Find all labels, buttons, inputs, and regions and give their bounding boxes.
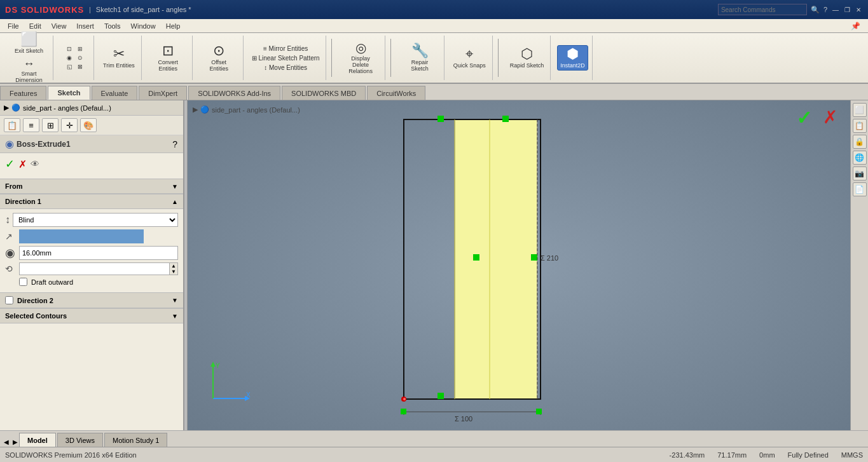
trim-icon: ✂ [113, 47, 125, 61]
tab-circuitworks[interactable]: CircuitWorks [367, 86, 425, 100]
stacked-buttons: ⊡ ⊞ ◉ ⊙ ◱ ⊠ [65, 45, 85, 71]
selected-contours-header[interactable]: Selected Contours ▼ [0, 308, 183, 323]
rapid-sketch-button[interactable]: ⬡ Rapid Sketch [507, 46, 547, 70]
move-entities-button[interactable]: ↕ Move Entities [262, 64, 309, 72]
rp-btn-5[interactable]: 📷 [853, 166, 867, 180]
spin-buttons: ▲ ▼ [169, 263, 177, 275]
search-input[interactable] [718, 4, 807, 15]
overlay-x-button[interactable]: ✗ [823, 107, 837, 128]
trim-entities-button[interactable]: ✂ Trim Entities [100, 46, 137, 70]
stacked-btn-5[interactable]: ◱ [65, 63, 74, 71]
sketch-body-fill [455, 119, 537, 399]
menu-help[interactable]: Help [161, 21, 186, 31]
prop-tab-list[interactable]: 📋 [4, 118, 20, 132]
menu-window[interactable]: Window [126, 21, 161, 31]
rp-btn-4[interactable]: 🌐 [853, 151, 867, 165]
constraint-btm-1 [401, 409, 406, 414]
status-z: 0mm [759, 451, 775, 459]
y-label: Y [216, 362, 220, 369]
close-button[interactable]: ✕ [854, 5, 863, 14]
stacked-btn-3[interactable]: ◉ [65, 54, 74, 62]
tab-dimxpert[interactable]: DimXpert [139, 86, 187, 100]
instant2d-button[interactable]: ⬢ Instant2D [557, 45, 588, 71]
direction-type-select[interactable]: Blind Through All Up To Next Up To Verte… [13, 213, 178, 227]
direction2-checkbox[interactable] [5, 296, 13, 304]
rp-btn-2[interactable]: 📋 [853, 119, 867, 133]
cancel-button[interactable]: ✗ [18, 158, 27, 170]
overlay-check-button[interactable]: ✓ [796, 107, 812, 129]
tab-sketch[interactable]: Sketch [48, 86, 90, 100]
status-defined: Fully Defined [788, 451, 829, 459]
stacked-btn-4[interactable]: ⊙ [76, 54, 85, 62]
direction2-section-header[interactable]: Direction 2 ▼ [0, 292, 183, 308]
from-section-header[interactable]: From ▼ [0, 179, 183, 194]
depth-input[interactable] [19, 246, 178, 260]
coord-axes: X Y [200, 360, 251, 411]
constraint-btm-2 [536, 409, 542, 414]
spin-down-button[interactable]: ▼ [170, 269, 177, 275]
preview-toggle[interactable]: 👁 [31, 159, 39, 169]
stacked-btn-6[interactable]: ⊠ [76, 63, 85, 71]
repair-sketch-button[interactable]: 🔧 Repair Sketch [400, 43, 440, 73]
pin-icon[interactable]: 📌 [846, 20, 865, 32]
minimize-button[interactable]: — [831, 5, 840, 14]
direction1-section-header[interactable]: Direction 1 ▲ [0, 194, 183, 209]
prop-actions: ? [172, 139, 178, 150]
bottom-tab-motion[interactable]: Motion Study 1 [104, 433, 167, 447]
selected-contours-chevron: ▼ [172, 313, 178, 320]
tab-features[interactable]: Features [0, 86, 46, 100]
rp-btn-6[interactable]: 📄 [853, 182, 867, 196]
titlebar-separator: | [89, 6, 91, 13]
menu-edit[interactable]: Edit [24, 21, 46, 31]
smart-dimension-button[interactable]: ↔ Smart Dimension [9, 57, 49, 85]
toolbar-group-repair: 🔧 Repair Sketch [396, 36, 444, 80]
convert-entities-button[interactable]: ⊡ Convert Entities [148, 43, 188, 73]
exit-sketch-label: Exit Sketch [15, 48, 43, 54]
tree-path: side_part - angles (Defaul...) [23, 104, 111, 112]
bottom-tabbar: ◀ ▶ Model 3D Views Motion Study 1 [0, 430, 868, 447]
window-controls: — ❐ ✕ [831, 5, 863, 14]
nav-prev-button[interactable]: ◀ [3, 437, 10, 447]
exit-sketch-button[interactable]: ⬜ Exit Sketch [12, 31, 46, 55]
prop-toolbar: 📋 ≡ ⊞ ✛ 🎨 [0, 116, 183, 135]
snaps-icon: ⌖ [465, 47, 473, 61]
menu-tools[interactable]: Tools [99, 21, 126, 31]
menu-view[interactable]: View [46, 21, 72, 31]
bottom-tab-model[interactable]: Model [19, 433, 56, 447]
rp-btn-1[interactable]: ⬜ [853, 103, 867, 117]
display-delete-relations-button[interactable]: ◎ Display Delete Relations [341, 40, 381, 76]
direction-input[interactable] [19, 229, 144, 243]
offset-entities-button[interactable]: ⊙ Offset Entities [199, 43, 239, 73]
menu-file[interactable]: File [3, 21, 24, 31]
toolbar-group-mirror: ≡ Mirror Entities ⊞ Linear Sketch Patter… [246, 36, 326, 80]
quick-snaps-button[interactable]: ⌖ Quick Snaps [451, 46, 488, 70]
spin-up-button[interactable]: ▲ [170, 263, 177, 269]
prop-tab-display[interactable]: 🎨 [80, 118, 97, 132]
angle-input[interactable] [20, 263, 169, 275]
prop-tab-configmgr[interactable]: ⊞ [42, 118, 59, 132]
direction-type-row: ↕ Blind Through All Up To Next Up To Ver… [5, 213, 178, 227]
mirror-entities-button[interactable]: ≡ Mirror Entities [261, 44, 310, 53]
viewport[interactable]: ▶ 🔵 side_part - angles (Defaul...) Σ 210 [188, 100, 850, 430]
prop-tab-properties[interactable]: ≡ [23, 118, 39, 132]
draft-outward-label: Draft outward [31, 278, 73, 286]
linear-sketch-button[interactable]: ⊞ Linear Sketch Pattern [250, 54, 322, 62]
sketch-svg: Σ 210 Σ 100 [188, 100, 850, 430]
draft-outward-checkbox[interactable] [19, 278, 27, 286]
ok-button[interactable]: ✓ [5, 157, 15, 171]
bottom-tab-3dviews[interactable]: 3D Views [57, 433, 103, 447]
flip-direction-row: ↗ [5, 229, 178, 243]
tab-solidworks-addins[interactable]: SOLIDWORKS Add-Ins [188, 86, 280, 100]
prop-tab-center[interactable]: ✛ [61, 118, 78, 132]
help-button[interactable]: ? [172, 139, 178, 150]
nav-next-button[interactable]: ▶ [11, 437, 19, 447]
stacked-btn-2[interactable]: ⊞ [76, 45, 85, 53]
menu-insert[interactable]: Insert [71, 21, 99, 31]
right-icon-panel: ⬜ 📋 🔒 🌐 📷 📄 [850, 100, 868, 430]
stacked-btn-1[interactable]: ⊡ [65, 45, 74, 53]
tab-solidworks-mbd[interactable]: SOLIDWORKS MBD [282, 86, 366, 100]
titlebar-left: DS SOLIDWORKS | Sketch1 of side_part - a… [5, 5, 191, 15]
maximize-button[interactable]: ❐ [843, 5, 851, 14]
rp-btn-3[interactable]: 🔒 [853, 135, 867, 149]
tab-evaluate[interactable]: Evaluate [92, 86, 138, 100]
